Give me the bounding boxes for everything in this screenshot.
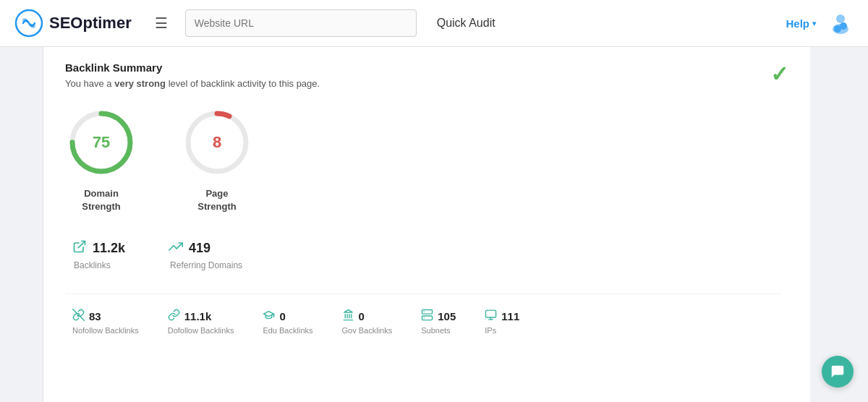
referring-domains-stat-top: 419 xyxy=(169,239,210,257)
hamburger-icon[interactable]: ☰ xyxy=(149,12,174,35)
logo-area: SEOptimer xyxy=(14,9,132,38)
page-strength-item: 8 Page Strength xyxy=(181,106,253,213)
domain-strength-value: 75 xyxy=(93,133,110,152)
nofollow-stat: 83 Nofollow Backlinks xyxy=(72,309,139,335)
chat-button[interactable] xyxy=(822,356,854,388)
svg-line-3 xyxy=(25,20,33,26)
domain-strength-label: Domain Strength xyxy=(82,187,120,213)
svg-marker-15 xyxy=(344,310,352,313)
help-chevron-icon: ▾ xyxy=(812,20,816,27)
domain-strength-circle: 75 xyxy=(65,106,137,179)
right-panel xyxy=(810,47,868,402)
subnets-icon xyxy=(421,309,433,323)
ips-stat: 111 IPs xyxy=(485,309,519,335)
page-strength-circle: 8 xyxy=(181,106,253,179)
referring-domains-stat: 419 Referring Domains xyxy=(169,239,242,270)
section-title: Backlink Summary xyxy=(65,61,781,74)
subtitle-pre: You have a xyxy=(65,78,114,89)
svg-rect-20 xyxy=(486,311,496,318)
section-subtitle: You have a very strong level of backlink… xyxy=(65,78,781,89)
gov-value: 0 xyxy=(359,310,365,322)
gov-icon xyxy=(342,309,354,323)
backlinks-label: Backlinks xyxy=(74,260,111,270)
help-label: Help xyxy=(786,17,809,30)
backlinks-stat: 11.2k Backlinks xyxy=(72,239,125,270)
svg-point-4 xyxy=(836,14,845,23)
ips-icon xyxy=(485,309,497,323)
ips-value: 111 xyxy=(501,310,519,322)
dofollow-value: 11.1k xyxy=(184,310,212,322)
bottom-stats: 83 Nofollow Backlinks 11.1k Dofollow Bac… xyxy=(65,294,781,335)
ips-label: IPs xyxy=(485,326,496,335)
page-strength-label: Page Strength xyxy=(197,187,236,213)
sidebar xyxy=(0,47,43,402)
url-input[interactable] xyxy=(185,9,417,37)
gov-stat: 0 Gov Backlinks xyxy=(342,309,393,335)
logo-icon xyxy=(14,9,43,38)
subtitle-post: level of backlink activity to this page. xyxy=(166,78,320,89)
header: SEOptimer ☰ Quick Audit Help ▾ xyxy=(0,0,868,47)
svg-point-7 xyxy=(840,22,847,30)
edu-label: Edu Backlinks xyxy=(263,326,312,335)
subnets-value: 105 xyxy=(438,310,456,322)
main-layout: ✓ Backlink Summary You have a very stron… xyxy=(0,47,868,402)
logo-text: SEOptimer xyxy=(49,14,132,33)
backlinks-value: 11.2k xyxy=(93,241,125,256)
edu-value: 0 xyxy=(279,310,285,322)
quick-audit-button[interactable]: Quick Audit xyxy=(428,17,504,30)
svg-line-8 xyxy=(78,241,85,248)
edu-icon xyxy=(263,309,275,323)
subnets-stat: 105 Subnets xyxy=(421,309,456,335)
nofollow-value: 83 xyxy=(89,310,101,322)
edu-stat: 0 Edu Backlinks xyxy=(263,309,312,335)
dofollow-stat: 11.1k Dofollow Backlinks xyxy=(168,309,234,335)
content-area: ✓ Backlink Summary You have a very stron… xyxy=(43,47,810,402)
help-button[interactable]: Help ▾ xyxy=(786,17,816,30)
stats-row: 11.2k Backlinks 419 Referring Domains xyxy=(65,239,781,270)
referring-domains-value: 419 xyxy=(189,241,210,256)
circles-row: 75 Domain Strength 8 Page xyxy=(65,106,781,213)
referring-domains-icon xyxy=(169,239,183,257)
page-strength-value: 8 xyxy=(213,133,221,152)
backlinks-stat-top: 11.2k xyxy=(72,239,125,257)
domain-strength-item: 75 Domain Strength xyxy=(65,106,137,213)
gov-label: Gov Backlinks xyxy=(342,326,393,335)
checkmark-icon: ✓ xyxy=(770,61,788,87)
subtitle-strong: very strong xyxy=(114,78,166,89)
nofollow-label: Nofollow Backlinks xyxy=(72,326,139,335)
user-icon[interactable] xyxy=(827,10,854,36)
nofollow-icon xyxy=(72,309,85,323)
subnets-label: Subnets xyxy=(421,326,450,335)
referring-domains-label: Referring Domains xyxy=(170,260,242,270)
dofollow-icon xyxy=(168,309,180,323)
dofollow-label: Dofollow Backlinks xyxy=(168,326,234,335)
backlinks-icon xyxy=(72,239,87,257)
